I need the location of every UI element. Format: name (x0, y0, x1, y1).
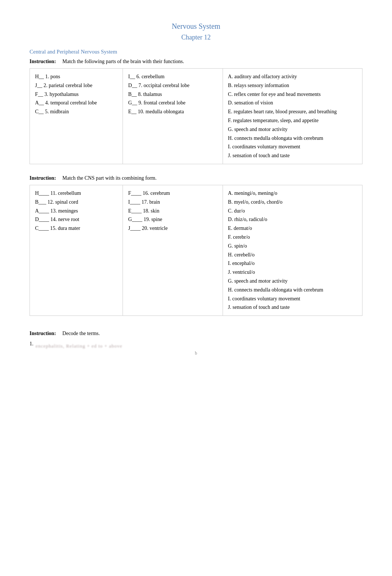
list-item: J. sensation of touch and taste (228, 151, 357, 160)
section3-instruction: Instruction: Decode the terms. (30, 331, 362, 337)
section1-instruction-label: Instruction: (30, 59, 56, 64)
list-item: G__ 9. frontal cerebral lobe (128, 99, 217, 107)
list-item: G. spin/o (228, 242, 357, 251)
section2-instruction-text: Match the CNS part with its combining fo… (62, 175, 157, 181)
list-item: A__ 4. temporal cerebral lobe (35, 99, 117, 107)
section3: Instruction: Decode the terms. 1. enceph… (30, 331, 362, 356)
decode-section: 1. encephalitis, Relating + ed to + abov… (30, 340, 362, 356)
section2-col2: F____ 16. cerebrum I____ 17. brain E____… (123, 185, 223, 315)
decode-item-hint: b (30, 351, 362, 356)
list-item: J. ventricul/o (228, 268, 357, 277)
section1-instruction-text: Match the following parts of the brain w… (62, 59, 184, 64)
list-item: C____ 15. dura mater (35, 224, 117, 233)
section1-col3: A. auditory and olfactory activity B. re… (223, 69, 362, 164)
list-item: A____ 13. meninges (35, 207, 117, 215)
list-item: G____ 19. spine (128, 215, 217, 224)
section3-instruction-text: Decode the terms. (62, 331, 100, 336)
list-item: E. dermat/o (228, 224, 357, 233)
section1-col1: H__ 1. pons J__ 2. parietal cerebral lob… (30, 69, 123, 164)
list-item: B___ 12. spinal cord (35, 198, 117, 207)
list-item: J__ 2. parietal cerebral lobe (35, 81, 117, 90)
list-item: H____ 11. cerebellum (35, 189, 117, 198)
list-item: F. cerebr/o (228, 233, 357, 242)
list-item: D____ 14. nerve root (35, 215, 117, 224)
list-item: H__ 1. pons (35, 72, 117, 81)
list-item: E. regulates heart rate, blood pressure,… (228, 107, 357, 116)
list-item: A. meningi/o, mening/o (228, 189, 357, 198)
list-item: G. speech and motor activity (228, 125, 357, 134)
list-item: C. dur/o (228, 207, 357, 215)
list-item: C__ 5. midbrain (35, 107, 117, 116)
decode-item-number: 1. (30, 341, 34, 347)
list-item: F. regulates temperature, sleep, and app… (228, 116, 357, 125)
list-item: J____ 20. ventricle (128, 224, 217, 233)
list-item: B. relays sensory information (228, 81, 357, 90)
section2-col3: A. meningi/o, mening/o B. myel/o, cord/o… (223, 185, 362, 315)
section3-instruction-label: Instruction: (30, 331, 56, 336)
decode-item-blurred: encephalitis, Relating + ed to + above (36, 343, 123, 349)
list-item: I. encephal/o (228, 259, 357, 268)
list-item: E____ 18. skin (128, 207, 217, 215)
section1-instruction: Instruction: Match the following parts o… (30, 59, 362, 65)
list-item: A. auditory and olfactory activity (228, 72, 357, 81)
list-item: E__ 10. medulla oblongata (128, 107, 217, 116)
list-item: D. rhiz/o, radicul/o (228, 215, 357, 224)
list-item: F__ 3. hypothalamus (35, 90, 117, 99)
section1-title: Central and Peripheral Nervous System (30, 49, 362, 55)
section2-col1: H____ 11. cerebellum B___ 12. spinal cor… (30, 185, 123, 315)
list-item: I____ 17. brain (128, 198, 217, 207)
section2-table: H____ 11. cerebellum B___ 12. spinal cor… (30, 185, 362, 316)
list-item: F____ 16. cerebrum (128, 189, 217, 198)
chapter-title: Chapter 12 (30, 34, 362, 41)
section1-col2: I__ 6. cerebellum D__ 7. occipital cereb… (123, 69, 223, 164)
list-item: H. connects medulla oblongata with cereb… (228, 286, 357, 294)
section2-instruction-label: Instruction: (30, 175, 56, 181)
list-item: H. connects medulla oblongata with cereb… (228, 134, 357, 143)
list-item: C. reflex center for eye and head moveme… (228, 90, 357, 99)
list-item: G. speech and motor activity (228, 277, 357, 286)
list-item: D. sensation of vision (228, 99, 357, 107)
list-item: J. sensation of touch and taste (228, 303, 357, 312)
page-title: Nervous System (30, 22, 362, 31)
list-item: B__ 8. thalamus (128, 90, 217, 99)
list-item: B. myel/o, cord/o, chord/o (228, 198, 357, 207)
list-item: I. coordinates voluntary movement (228, 294, 357, 303)
section1-table: H__ 1. pons J__ 2. parietal cerebral lob… (30, 68, 362, 164)
list-item: H. cerebell/o (228, 251, 357, 259)
section2-instruction: Instruction: Match the CNS part with its… (30, 175, 362, 181)
list-item: I. coordinates voluntary movement (228, 142, 357, 151)
list-item: D__ 7. occipital cerebral lobe (128, 81, 217, 90)
list-item: I__ 6. cerebellum (128, 72, 217, 81)
